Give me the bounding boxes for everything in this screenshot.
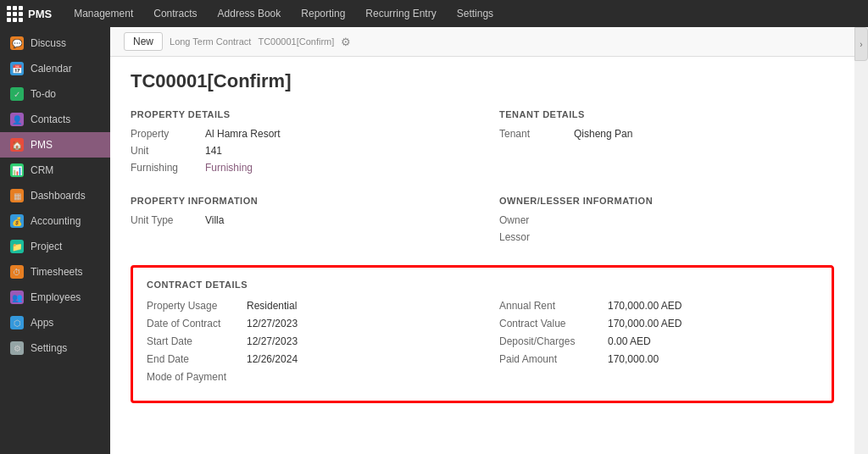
property-usage-label: Property Usage (147, 300, 240, 312)
owner-label: Owner (499, 214, 567, 226)
breadcrumb-contract-type: Long Term Contract (170, 36, 251, 47)
contract-details-title: CONTRACT DETAILS (147, 280, 818, 290)
date-of-contract-value: 12/27/2023 (247, 318, 298, 329)
dashboards-icon: ▦ (10, 189, 24, 202)
contract-two-col: Property Usage Residential Date of Contr… (147, 300, 818, 389)
brand-logo[interactable]: PMS (7, 6, 52, 22)
start-date-value: 12/27/2023 (247, 335, 298, 347)
prop-info-owner-section: PROPERTY INFORMATION Unit Type Villa OWN… (131, 196, 834, 248)
contract-value-label: Contract Value (499, 318, 601, 329)
owner-information-col: OWNER/LESSER INFORMATION Owner Lessor (499, 196, 834, 248)
mode-of-payment-row: Mode of Payment (147, 371, 465, 383)
annual-rent-row: Annual Rent 170,000.00 AED (499, 300, 818, 312)
calendar-icon: 📅 (10, 62, 24, 75)
paid-amount-row: Paid Amount 170,000.00 (499, 353, 818, 365)
property-value: Al Hamra Resort (205, 128, 281, 140)
tenant-label: Tenant (499, 128, 567, 140)
accounting-icon: 💰 (10, 214, 24, 228)
paid-amount-label: Paid Amount (499, 353, 601, 365)
discuss-icon: 💬 (10, 36, 24, 50)
sidebar-item-employees[interactable]: 👥 Employees (0, 285, 110, 310)
gear-icon[interactable]: ⚙ (341, 36, 351, 48)
sidebar-label-todo: To-do (31, 88, 56, 100)
sidebar-label-employees: Employees (31, 291, 81, 303)
property-details-col: PROPERTY DETAILS Property Al Hamra Resor… (131, 109, 465, 179)
deposit-charges-label: Deposit/Charges (499, 335, 601, 347)
nav-settings[interactable]: Settings (448, 4, 502, 23)
end-date-value: 12/26/2024 (247, 353, 298, 365)
sidebar-item-timesheets[interactable]: ⏱ Timesheets (0, 259, 110, 285)
deposit-charges-row: Deposit/Charges 0.00 AED (499, 335, 818, 347)
owner-info-title: OWNER/LESSER INFORMATION (499, 196, 834, 206)
deposit-charges-value: 0.00 AED (608, 335, 651, 347)
start-date-row: Start Date 12/27/2023 (147, 335, 465, 347)
annual-rent-value: 170,000.00 AED (608, 300, 682, 312)
furnishing-field-row: Furnishing Furnishing (131, 162, 465, 174)
collapse-button[interactable]: › (854, 27, 868, 61)
nav-items: Management Contracts Address Book Report… (65, 4, 502, 23)
sidebar-item-todo[interactable]: ✓ To-do (0, 81, 110, 107)
sidebar-label-dashboards: Dashboards (31, 190, 86, 202)
sidebar-label-contacts: Contacts (31, 114, 70, 125)
sidebar-item-crm[interactable]: 📊 CRM (0, 158, 110, 183)
furnishing-value[interactable]: Furnishing (205, 162, 253, 174)
furnishing-label: Furnishing (131, 162, 198, 174)
sidebar-item-accounting[interactable]: 💰 Accounting (0, 208, 110, 234)
end-date-label: End Date (147, 353, 240, 365)
unit-field-row: Unit 141 (131, 145, 465, 157)
tenant-details-col: TENANT DETAILS Tenant Qisheng Pan (499, 109, 834, 179)
unit-label: Unit (131, 145, 198, 157)
lessor-field-row: Lessor (499, 231, 834, 243)
sidebar: 💬 Discuss 📅 Calendar ✓ To-do 👤 Contacts … (0, 27, 110, 454)
form-content: TC00001[Confirm] PROPERTY DETAILS Proper… (110, 57, 854, 454)
nav-contracts[interactable]: Contracts (145, 4, 205, 23)
timesheets-icon: ⏱ (10, 265, 24, 279)
property-info-title: PROPERTY INFORMATION (131, 196, 465, 206)
property-usage-row: Property Usage Residential (147, 300, 465, 312)
sidebar-label-accounting: Accounting (31, 215, 81, 227)
form-title: TC00001[Confirm] (131, 70, 834, 92)
contract-right-col: Annual Rent 170,000.00 AED Contract Valu… (499, 300, 818, 389)
date-of-contract-row: Date of Contract 12/27/2023 (147, 318, 465, 329)
sidebar-item-settings[interactable]: ⚙ Settings (0, 335, 110, 361)
contract-value-value: 170,000.00 AED (608, 318, 682, 329)
project-icon: 📁 (10, 240, 24, 253)
settings-icon: ⚙ (10, 341, 24, 355)
new-button[interactable]: New (124, 32, 163, 51)
tenant-value: Qisheng Pan (574, 128, 632, 140)
sidebar-item-dashboards[interactable]: ▦ Dashboards (0, 183, 110, 208)
sidebar-item-discuss[interactable]: 💬 Discuss (0, 30, 110, 56)
sidebar-item-calendar[interactable]: 📅 Calendar (0, 56, 110, 81)
tenant-field-row: Tenant Qisheng Pan (499, 128, 834, 140)
todo-icon: ✓ (10, 87, 24, 101)
sidebar-label-apps: Apps (31, 317, 53, 329)
grid-icon (7, 6, 23, 22)
sidebar-label-project: Project (31, 241, 62, 252)
mode-of-payment-label: Mode of Payment (147, 371, 240, 383)
tenant-details-title: TENANT DETAILS (499, 109, 834, 119)
property-label: Property (131, 128, 198, 140)
sidebar-item-project[interactable]: 📁 Project (0, 234, 110, 259)
crm-icon: 📊 (10, 163, 24, 177)
sidebar-item-pms[interactable]: 🏠 PMS (0, 132, 110, 158)
property-usage-value: Residential (247, 300, 297, 312)
sidebar-item-apps[interactable]: ⬡ Apps (0, 310, 110, 335)
sidebar-label-calendar: Calendar (31, 63, 72, 75)
nav-reporting[interactable]: Reporting (292, 4, 353, 23)
contract-details-box: CONTRACT DETAILS Property Usage Resident… (131, 265, 834, 403)
unit-type-value: Villa (205, 214, 224, 226)
pms-icon: 🏠 (10, 138, 24, 152)
contract-left-col: Property Usage Residential Date of Contr… (147, 300, 465, 389)
sidebar-label-crm: CRM (31, 164, 53, 176)
unit-type-label: Unit Type (131, 214, 198, 226)
nav-management[interactable]: Management (65, 4, 142, 23)
sidebar-item-contacts[interactable]: 👤 Contacts (0, 107, 110, 132)
unit-type-field-row: Unit Type Villa (131, 214, 465, 226)
unit-value: 141 (205, 145, 222, 157)
property-information-col: PROPERTY INFORMATION Unit Type Villa (131, 196, 465, 248)
nav-recurring-entry[interactable]: Recurring Entry (357, 4, 444, 23)
nav-address-book[interactable]: Address Book (209, 4, 290, 23)
sidebar-label-pms: PMS (31, 139, 53, 151)
brand-name: PMS (28, 8, 52, 20)
lessor-label: Lessor (499, 231, 567, 243)
